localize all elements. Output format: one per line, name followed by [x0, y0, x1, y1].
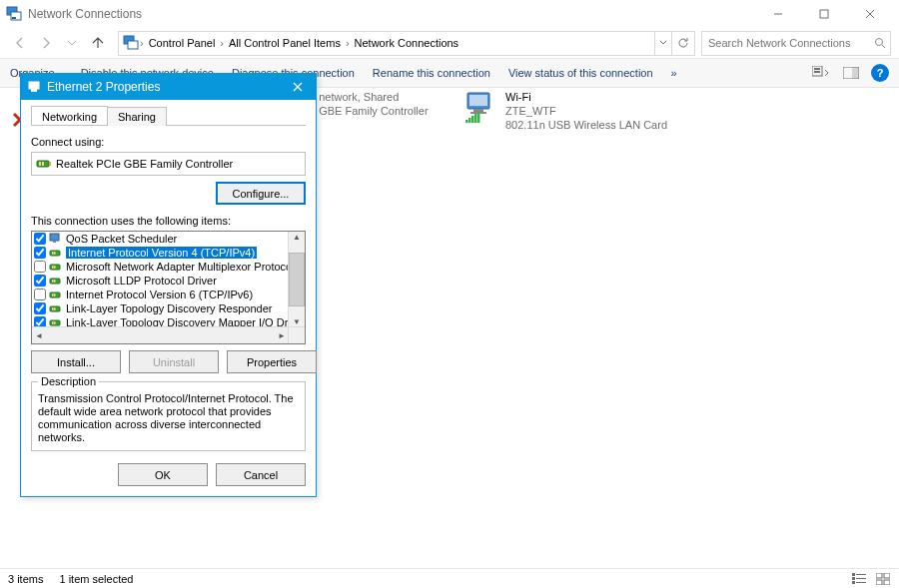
close-button[interactable]: [847, 0, 893, 28]
connect-using-label: Connect using:: [31, 136, 306, 148]
dialog-close-button[interactable]: [286, 77, 310, 97]
svg-rect-29: [876, 580, 882, 585]
dialog-title: Ethernet 2 Properties: [47, 80, 160, 94]
properties-button[interactable]: Properties: [227, 350, 317, 373]
list-item[interactable]: Internet Protocol Version 6 (TCP/IPv6): [32, 288, 289, 301]
svg-rect-46: [52, 280, 54, 283]
connection-items-list[interactable]: QoS Packet SchedulerInternet Protocol Ve…: [31, 231, 306, 344]
large-icons-view-button[interactable]: [875, 573, 891, 585]
help-button[interactable]: ?: [871, 64, 889, 82]
connection-adapter: 802.11n USB Wireless LAN Card: [505, 118, 667, 132]
protocol-icon: [49, 261, 63, 273]
svg-rect-34: [39, 162, 41, 166]
svg-rect-13: [469, 95, 487, 106]
description-text: Transmission Control Protocol/Internet P…: [38, 392, 299, 444]
connection-name: Wi-Fi: [505, 90, 667, 104]
svg-rect-36: [49, 162, 51, 166]
tab-networking[interactable]: Networking: [31, 106, 108, 125]
list-item[interactable]: Link-Layer Topology Discovery Responder: [32, 301, 289, 315]
breadcrumb-item[interactable]: All Control Panel Items: [225, 37, 345, 49]
connection-item-wifi[interactable]: Wi-Fi ZTE_WTF 802.11n USB Wireless LAN C…: [463, 90, 678, 132]
item-label: QoS Packet Scheduler: [66, 233, 177, 245]
overflow-button[interactable]: »: [671, 67, 677, 79]
change-view-button[interactable]: [811, 63, 831, 83]
connection-item-partial[interactable]: d network, Shared e GBE Family Controlle…: [310, 90, 440, 132]
nav-forward-button[interactable]: [34, 31, 58, 55]
svg-rect-11: [852, 67, 859, 79]
svg-rect-28: [884, 573, 890, 578]
address-breadcrumb[interactable]: › Control Panel › All Control Panel Item…: [118, 31, 695, 56]
nav-row: › Control Panel › All Control Panel Item…: [0, 28, 899, 58]
scroll-thumb[interactable]: [289, 253, 305, 306]
svg-rect-3: [820, 10, 828, 18]
svg-rect-38: [53, 241, 56, 243]
svg-rect-16: [465, 120, 468, 123]
install-button[interactable]: Install...: [31, 350, 121, 373]
status-bar: 3 items 1 item selected: [0, 568, 899, 588]
adapter-name: Realtek PCIe GBE Family Controller: [56, 158, 233, 170]
svg-rect-25: [852, 581, 855, 584]
breadcrumb-item[interactable]: Network Connections: [351, 37, 463, 49]
list-item[interactable]: Microsoft LLDP Protocol Driver: [32, 274, 289, 288]
nav-back-button[interactable]: [8, 31, 32, 55]
svg-rect-35: [42, 162, 44, 166]
svg-rect-9: [814, 71, 820, 73]
preview-pane-button[interactable]: [841, 63, 861, 83]
svg-rect-43: [52, 266, 54, 269]
connection-line: e GBE Family Controller: [310, 104, 429, 118]
svg-rect-30: [884, 580, 890, 585]
configure-button[interactable]: Configure...: [216, 182, 306, 205]
item-checkbox[interactable]: [34, 302, 46, 314]
scroll-up-arrow-icon[interactable]: ▲: [292, 232, 302, 243]
list-item[interactable]: Internet Protocol Version 4 (TCP/IPv4): [32, 246, 289, 260]
svg-rect-32: [31, 89, 37, 92]
item-checkbox[interactable]: [34, 247, 46, 259]
svg-rect-26: [856, 582, 866, 583]
svg-rect-27: [876, 573, 882, 578]
adapter-field[interactable]: Realtek PCIe GBE Family Controller: [31, 152, 306, 176]
item-checkbox[interactable]: [34, 261, 46, 273]
description-group: Description Transmission Control Protoco…: [31, 381, 306, 451]
details-view-button[interactable]: [851, 573, 867, 585]
rename-button[interactable]: Rename this connection: [373, 67, 490, 79]
refresh-button[interactable]: [671, 32, 694, 55]
svg-point-6: [876, 39, 883, 46]
scroll-left-arrow-icon[interactable]: ◄: [32, 331, 46, 340]
item-checkbox[interactable]: [34, 289, 46, 300]
item-label: Link-Layer Topology Discovery Responder: [66, 302, 272, 314]
view-status-button[interactable]: View status of this connection: [508, 67, 653, 79]
search-input[interactable]: [706, 36, 874, 50]
protocol-icon: [49, 247, 63, 259]
cancel-button[interactable]: Cancel: [216, 463, 306, 486]
svg-rect-44: [54, 266, 56, 269]
dialog-titlebar[interactable]: Ethernet 2 Properties: [21, 74, 316, 100]
vertical-scrollbar[interactable]: ▲ ▼: [288, 232, 305, 327]
network-connections-icon: [6, 6, 22, 22]
breadcrumb-icon: [123, 35, 139, 51]
svg-rect-24: [856, 578, 866, 579]
scroll-right-arrow-icon[interactable]: ►: [275, 331, 289, 340]
item-checkbox[interactable]: [34, 233, 46, 245]
search-box[interactable]: [701, 31, 891, 56]
breadcrumb-item[interactable]: Control Panel: [145, 37, 220, 49]
list-item[interactable]: QoS Packet Scheduler: [32, 232, 289, 246]
service-icon: [49, 233, 63, 245]
address-dropdown-button[interactable]: [654, 32, 671, 55]
nav-up-button[interactable]: [86, 31, 110, 55]
svg-rect-40: [52, 252, 54, 255]
ok-button[interactable]: OK: [118, 463, 208, 486]
minimize-button[interactable]: [755, 0, 801, 28]
nav-recent-button[interactable]: [60, 31, 84, 55]
properties-dialog: Ethernet 2 Properties Networking Sharing…: [20, 73, 317, 497]
svg-rect-19: [474, 114, 477, 123]
tab-sharing[interactable]: Sharing: [107, 107, 167, 126]
svg-rect-23: [852, 577, 855, 580]
svg-rect-52: [52, 307, 54, 310]
list-item[interactable]: Microsoft Network Adapter Multiplexor Pr…: [32, 260, 289, 274]
svg-rect-53: [54, 307, 56, 310]
item-checkbox[interactable]: [34, 275, 46, 287]
svg-rect-41: [54, 252, 56, 255]
horizontal-scrollbar[interactable]: ◄ ►: [32, 326, 289, 343]
svg-rect-22: [856, 574, 866, 575]
maximize-button[interactable]: [801, 0, 847, 28]
